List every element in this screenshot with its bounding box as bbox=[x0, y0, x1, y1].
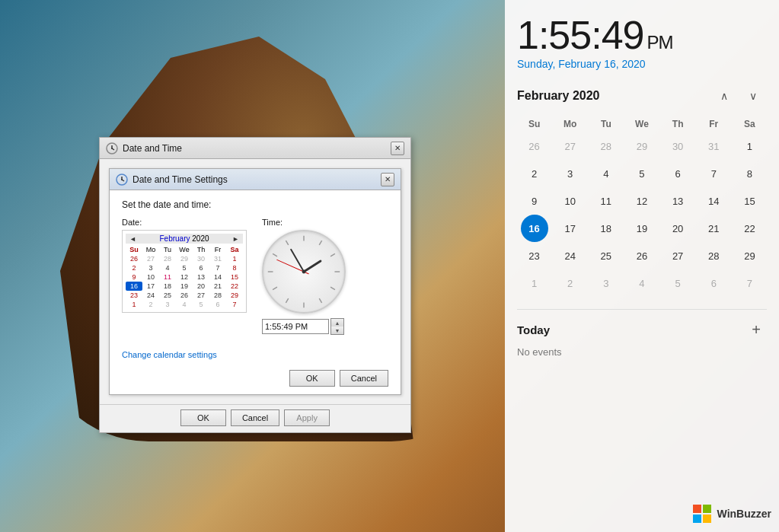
sc-day[interactable]: 27 bbox=[193, 291, 209, 300]
sc-day[interactable]: 9 bbox=[126, 272, 142, 282]
calendar-day[interactable]: 13 bbox=[664, 187, 691, 215]
inner-cancel-button[interactable]: Cancel bbox=[340, 370, 388, 387]
calendar-day[interactable]: 5 bbox=[664, 269, 691, 297]
sc-day[interactable]: 7 bbox=[226, 300, 243, 309]
calendar-day[interactable]: 27 bbox=[664, 242, 691, 269]
sc-day[interactable]: 13 bbox=[193, 272, 209, 282]
calendar-day[interactable]: 17 bbox=[557, 215, 584, 242]
small-cal-next-button[interactable]: ► bbox=[230, 235, 241, 243]
time-input[interactable] bbox=[262, 319, 329, 334]
calendar-day[interactable]: 7 bbox=[736, 269, 763, 297]
outer-apply-button[interactable]: Apply bbox=[284, 409, 330, 426]
calendar-day[interactable]: 3 bbox=[557, 160, 584, 187]
sc-day[interactable]: 3 bbox=[159, 300, 176, 309]
sc-day[interactable]: 27 bbox=[142, 254, 159, 263]
inner-dialog-close-button[interactable]: ✕ bbox=[381, 173, 394, 186]
calendar-day[interactable]: 6 bbox=[664, 160, 691, 187]
calendar-day[interactable]: 28 bbox=[592, 132, 620, 160]
calendar-day[interactable]: 7 bbox=[700, 160, 727, 187]
calendar-day[interactable]: 4 bbox=[628, 269, 656, 297]
sc-day[interactable]: 30 bbox=[193, 254, 209, 263]
calendar-day[interactable]: 9 bbox=[521, 187, 548, 215]
outer-ok-button[interactable]: OK bbox=[180, 409, 226, 426]
calendar-day[interactable]: 6 bbox=[700, 269, 727, 297]
calendar-day[interactable]: 31 bbox=[700, 132, 727, 160]
sc-day[interactable]: 24 bbox=[142, 291, 159, 300]
calendar-day[interactable]: 5 bbox=[628, 160, 656, 187]
sc-day[interactable]: 3 bbox=[142, 263, 159, 272]
calendar-day[interactable]: 1 bbox=[521, 269, 548, 297]
calendar-day[interactable]: 26 bbox=[521, 132, 548, 160]
time-spinner-down[interactable]: ▼ bbox=[331, 327, 343, 334]
sc-day[interactable]: 28 bbox=[209, 291, 226, 300]
sc-day[interactable]: 10 bbox=[142, 272, 159, 282]
calendar-day[interactable]: 30 bbox=[664, 132, 691, 160]
calendar-next-button[interactable]: ∨ bbox=[739, 82, 767, 110]
calendar-day[interactable]: 21 bbox=[700, 215, 727, 242]
sc-day[interactable]: 8 bbox=[226, 263, 243, 272]
calendar-day[interactable]: 25 bbox=[592, 242, 620, 269]
change-calendar-settings-link[interactable]: Change calendar settings bbox=[122, 350, 217, 359]
sc-day[interactable]: 4 bbox=[159, 263, 176, 272]
sc-day[interactable]: 28 bbox=[159, 254, 176, 263]
sc-day[interactable]: 15 bbox=[226, 272, 243, 282]
sc-day[interactable]: 26 bbox=[126, 254, 142, 263]
sc-day[interactable]: 31 bbox=[209, 254, 226, 263]
calendar-today[interactable]: 16 bbox=[521, 215, 548, 242]
sc-day[interactable]: 1 bbox=[226, 254, 243, 263]
calendar-day[interactable]: 19 bbox=[628, 215, 656, 242]
time-spinner-up[interactable]: ▲ bbox=[331, 319, 343, 327]
sc-day[interactable]: 20 bbox=[193, 282, 209, 291]
inner-ok-button[interactable]: OK bbox=[289, 370, 335, 387]
calendar-day[interactable]: 4 bbox=[592, 160, 620, 187]
sc-day[interactable]: 26 bbox=[176, 291, 193, 300]
calendar-day[interactable]: 22 bbox=[736, 215, 763, 242]
sc-day[interactable]: 1 bbox=[126, 300, 142, 309]
sc-day[interactable]: 2 bbox=[142, 300, 159, 309]
calendar-day[interactable]: 14 bbox=[700, 187, 727, 215]
sc-day[interactable]: 14 bbox=[209, 272, 226, 282]
calendar-day[interactable]: 8 bbox=[736, 160, 763, 187]
sc-day[interactable]: 5 bbox=[193, 300, 209, 309]
calendar-day[interactable]: 29 bbox=[736, 242, 763, 269]
sc-day[interactable]: 18 bbox=[159, 282, 176, 291]
sc-day[interactable]: 6 bbox=[193, 263, 209, 272]
calendar-day[interactable]: 27 bbox=[557, 132, 584, 160]
outer-dialog-close-button[interactable]: ✕ bbox=[391, 142, 404, 155]
sc-day[interactable]: 17 bbox=[142, 282, 159, 291]
sc-day[interactable]: 11 bbox=[159, 272, 176, 282]
calendar-day[interactable]: 23 bbox=[521, 242, 548, 269]
calendar-day[interactable]: 24 bbox=[557, 242, 584, 269]
calendar-day[interactable]: 3 bbox=[592, 269, 620, 297]
calendar-day[interactable]: 28 bbox=[700, 242, 727, 269]
sc-day[interactable]: 22 bbox=[226, 282, 243, 291]
calendar-day[interactable]: 12 bbox=[628, 187, 656, 215]
calendar-day[interactable]: 26 bbox=[628, 242, 656, 269]
calendar-day[interactable]: 2 bbox=[557, 269, 584, 297]
sc-day[interactable]: 2 bbox=[126, 263, 142, 272]
add-event-button[interactable]: + bbox=[745, 319, 767, 340]
calendar-day[interactable]: 10 bbox=[557, 187, 584, 215]
sc-day[interactable]: 6 bbox=[209, 300, 226, 309]
small-cal-prev-button[interactable]: ◄ bbox=[127, 235, 139, 243]
sc-day[interactable]: 29 bbox=[226, 291, 243, 300]
calendar-day[interactable]: 20 bbox=[664, 215, 691, 242]
sc-day[interactable]: 23 bbox=[126, 291, 142, 300]
sc-day[interactable]: 21 bbox=[209, 282, 226, 291]
outer-cancel-button[interactable]: Cancel bbox=[231, 409, 279, 426]
sc-day[interactable]: 29 bbox=[176, 254, 193, 263]
calendar-day[interactable]: 18 bbox=[592, 215, 620, 242]
sc-day[interactable]: 5 bbox=[176, 263, 193, 272]
sc-day[interactable]: 25 bbox=[159, 291, 176, 300]
sc-day[interactable]: 7 bbox=[209, 263, 226, 272]
calendar-day[interactable]: 11 bbox=[592, 187, 620, 215]
sc-day[interactable]: 19 bbox=[176, 282, 193, 291]
calendar-day[interactable]: 2 bbox=[521, 160, 548, 187]
calendar-day[interactable]: 29 bbox=[628, 132, 656, 160]
sc-today[interactable]: 16 bbox=[126, 282, 142, 291]
calendar-prev-button[interactable]: ∧ bbox=[710, 82, 738, 110]
sc-day[interactable]: 12 bbox=[176, 272, 193, 282]
calendar-day[interactable]: 15 bbox=[736, 187, 763, 215]
calendar-day[interactable]: 1 bbox=[736, 132, 763, 160]
sc-day[interactable]: 4 bbox=[176, 300, 193, 309]
